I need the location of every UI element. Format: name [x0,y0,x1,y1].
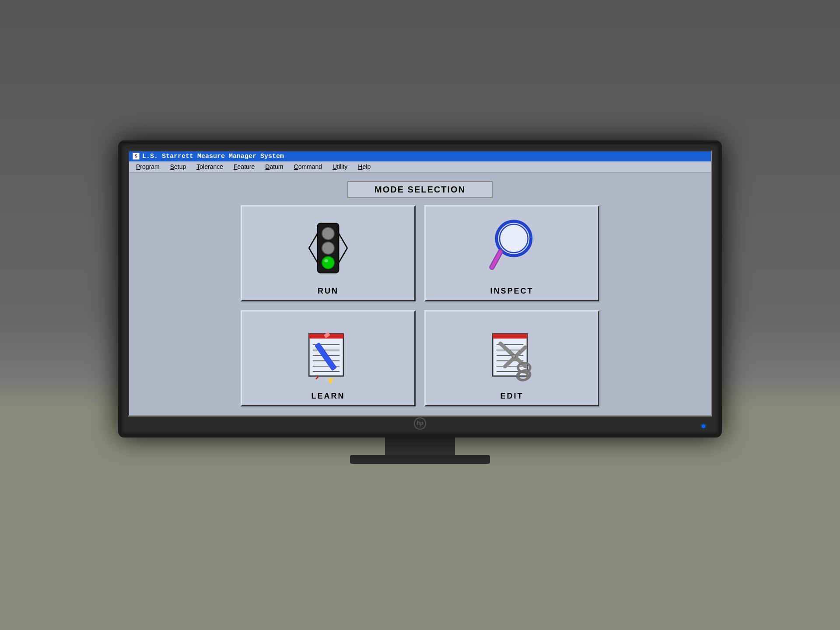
edit-label: EDIT [500,392,523,401]
svg-point-8 [500,224,528,253]
menu-program[interactable]: Program [131,162,165,171]
svg-rect-24 [493,334,527,339]
title-bar: S L.S. Starrett Measure Manager System [129,151,711,161]
monitor-stand-foot [350,455,490,464]
traffic-light-icon [298,214,359,283]
inspect-button[interactable]: INSPECT [424,205,599,301]
menu-feature[interactable]: Feature [228,162,260,171]
hp-logo: hp [414,417,426,430]
svg-point-6 [324,259,328,262]
scissors-notepad-icon [481,318,542,388]
screen: S L.S. Starrett Measure Manager System P… [128,150,712,416]
inspect-label: INSPECT [490,287,533,296]
svg-point-5 [322,256,334,269]
app-icon: S [133,153,140,160]
monitor: S L.S. Starrett Measure Manager System P… [118,140,722,438]
content-area: MODE SELECTION [129,172,711,415]
menu-setup[interactable]: Setup [165,162,192,171]
menu-command[interactable]: Command [289,162,328,171]
svg-point-36 [512,354,516,358]
svg-point-4 [322,242,334,254]
run-button[interactable]: RUN [241,205,416,301]
menu-utility[interactable]: Utility [327,162,353,171]
pencil-notepad-icon [298,318,359,388]
svg-line-22 [316,377,318,379]
monitor-stand-neck [385,438,455,455]
mode-selection-title: MODE SELECTION [347,181,493,198]
mode-buttons-grid: RUN [241,205,599,406]
power-led [702,424,705,428]
menu-tolerance[interactable]: Tolerance [191,162,228,171]
learn-label: LEARN [312,392,345,401]
learn-button[interactable]: LEARN [241,310,416,406]
menu-bar: Program Setup Tolerance Feature Datum Co… [129,161,711,172]
svg-point-3 [322,228,334,240]
menu-datum[interactable]: Datum [260,162,288,171]
edit-button[interactable]: EDIT [424,310,599,406]
run-label: RUN [318,287,339,296]
svg-marker-20 [326,376,336,384]
magnifier-icon [481,214,542,283]
menu-help[interactable]: Help [353,162,376,171]
hp-logo-area: hp [414,417,426,430]
app-title: L.S. Starrett Measure Manager System [142,153,284,160]
